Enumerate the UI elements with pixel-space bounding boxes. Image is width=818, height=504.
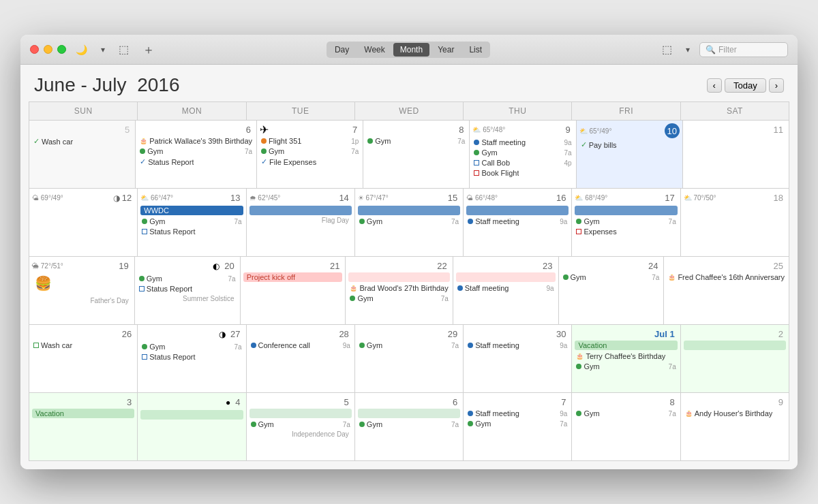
event-gym-24[interactable]: Gym 7a <box>562 272 661 282</box>
day-cell-jun17[interactable]: ⛅ 68°/49° 17 Gym 7a Expenses <box>572 189 680 257</box>
day-cell-jun7[interactable]: ✈ 7 Flight 351 1p Gym 7a ✓ File Expenses <box>257 121 363 189</box>
day-cell-jun6[interactable]: 6 🎂 Patrick Wallace's 39th Birthday Gym … <box>136 121 257 189</box>
day-cell-jul6[interactable]: 6 Gym 7a <box>355 393 464 461</box>
event-gym-20[interactable]: Gym 7a <box>138 274 237 283</box>
day-cell-jun28[interactable]: 28 Conference call 9a <box>247 325 355 393</box>
search-box[interactable]: 🔍 Filter <box>699 42 788 57</box>
event-gym-15[interactable]: Gym 7a <box>358 217 460 226</box>
day-cell-jun14[interactable]: 🌧 62°/45° 14 Flag Day <box>247 189 355 257</box>
day-cell-jun11[interactable]: 11 <box>683 121 789 189</box>
add-event-button[interactable]: ＋ <box>138 40 159 59</box>
minimize-button[interactable] <box>44 45 52 54</box>
event-gym-7[interactable]: Gym 7a <box>260 146 360 156</box>
event-vacation-cont-4[interactable] <box>140 410 243 420</box>
day-cell-jun13[interactable]: ⛅ 66°/47° 13 WWDC Gym 7a Status Report <box>138 189 246 257</box>
day-cell-jun15[interactable]: ☀ 67°/47° 15 Gym 7a <box>355 189 464 257</box>
event-gym-8[interactable]: Gym 7a <box>366 136 466 146</box>
day-cell-jun29[interactable]: 29 Gym 7a <box>355 325 464 393</box>
event-wwdc-cont[interactable] <box>575 206 677 215</box>
event-gym-9[interactable]: Gym 7a <box>472 148 573 157</box>
day-cell-jun26[interactable]: 26 Wash car <box>29 325 138 393</box>
event-wwdc[interactable]: WWDC <box>140 206 243 215</box>
event-washcar[interactable]: ✓ Wash car <box>32 136 132 146</box>
event-expenses-17[interactable]: Expenses <box>575 227 677 236</box>
day-cell-jun16[interactable]: 🌤 66°/48° 16 Staff meeting 9a <box>464 189 572 257</box>
day-cell-jul3[interactable]: 3 Vacation <box>29 393 138 461</box>
event-wwdc-cont[interactable] <box>466 206 569 215</box>
event-paybills[interactable]: ✓ Pay bills <box>579 140 680 150</box>
event-gym-29[interactable]: Gym 7a <box>358 341 460 350</box>
event-status-20[interactable]: Status Report <box>138 284 237 294</box>
day-cell-jul5[interactable]: 5 Gym 7a Independence Day <box>247 393 355 461</box>
day-cell-jun18[interactable]: ⛅ 70°/50° 18 <box>681 189 789 257</box>
event-brad-bday[interactable]: 🎂 Brad Wood's 27th Birthday <box>348 283 449 293</box>
event-bookflight[interactable]: Book Flight <box>472 168 573 178</box>
event-fred-anniv[interactable]: 🎂 Fred Chaffee's 16th Anniversary <box>667 272 786 282</box>
day-cell-jun22[interactable]: 22 🎂 Brad Wood's 27th Birthday Gym 7a <box>346 257 453 325</box>
event-patrick[interactable]: 🎂 Patrick Wallace's 39th Birthday <box>138 136 254 146</box>
event-confcall[interactable]: Conference call 9a <box>249 341 352 350</box>
prev-button[interactable]: ‹ <box>707 78 722 93</box>
event-staff-16[interactable]: Staff meeting 9a <box>466 217 569 226</box>
day-cell-jun23[interactable]: 23 Staff meeting 9a <box>453 257 559 325</box>
day-cell-jun8[interactable]: 8 Gym 7a <box>363 121 470 189</box>
view-list-button[interactable]: List <box>462 43 489 57</box>
event-wwdc-cont[interactable] <box>358 206 460 215</box>
day-cell-jul2[interactable]: 2 <box>681 325 789 393</box>
event-gym-6[interactable]: Gym 7a <box>138 146 254 156</box>
event-staff-23[interactable]: Staff meeting 9a <box>456 283 556 293</box>
event-project-kickoff[interactable]: Project kick off <box>243 272 343 282</box>
event-status-6[interactable]: ✓ Status Report <box>138 157 254 167</box>
view-week-button[interactable]: Week <box>357 43 391 57</box>
day-cell-jun12[interactable]: 🌤 69°/49° ◑ 12 <box>29 189 138 257</box>
day-cell-jul8[interactable]: 8 Gym 7a <box>572 393 680 461</box>
event-vacation-cont-5[interactable] <box>249 409 352 418</box>
event-gym-jul1[interactable]: Gym 7a <box>575 362 677 371</box>
event-staff-30[interactable]: Staff meeting 9a <box>466 341 569 350</box>
day-cell-jun10[interactable]: ⛅ 65°/49° 10 ✓ Pay bills <box>577 121 683 189</box>
day-cell-jul1[interactable]: Jul 1 Vacation 🎂 Terry Chaffee's Birthda… <box>572 325 680 393</box>
event-project-cont[interactable] <box>348 272 449 282</box>
day-cell-jun5[interactable]: 5 ✓ Wash car <box>29 121 136 189</box>
event-gym-7b[interactable]: Gym 7a <box>466 419 569 428</box>
today-button[interactable]: Today <box>725 78 766 93</box>
event-status-27[interactable]: Status Report <box>140 352 243 362</box>
event-gym-17[interactable]: Gym 7a <box>575 217 677 226</box>
event-gym-5[interactable]: Gym 7a <box>249 420 352 429</box>
event-vacation[interactable]: Vacation <box>575 341 677 350</box>
day-cell-jun19[interactable]: 🌦 72°/51° 19 🍔 Father's Day <box>29 257 135 325</box>
event-washcar-26[interactable]: Wash car <box>32 341 134 350</box>
day-cell-jun9[interactable]: ⛅ 65°/48° 9 Staff meeting 9a Gym 7a Call… <box>470 121 576 189</box>
moon-icon[interactable]: 🌙 <box>72 43 91 57</box>
view-day-button[interactable]: Day <box>328 43 356 57</box>
event-callbob[interactable]: Call Bob 4p <box>472 158 573 168</box>
day-cell-jul9[interactable]: 9 🎂 Andy Houser's Birthday <box>681 393 789 461</box>
event-andy-bday[interactable]: 🎂 Andy Houser's Birthday <box>684 409 786 418</box>
day-cell-jun21[interactable]: 21 Project kick off <box>241 257 346 325</box>
event-vacation-cont-6[interactable] <box>358 409 460 418</box>
event-terry-bday[interactable]: 🎂 Terry Chaffee's Birthday <box>575 351 677 361</box>
day-cell-jul4[interactable]: ● 4 <box>138 393 246 461</box>
event-gym-22[interactable]: Gym 7a <box>348 294 449 303</box>
maximize-button[interactable] <box>57 45 66 54</box>
close-button[interactable] <box>30 45 39 54</box>
event-gym-27[interactable]: Gym 7a <box>140 342 243 351</box>
event-vacation-cont[interactable] <box>684 341 786 350</box>
day-cell-jun24[interactable]: 24 Gym 7a <box>559 257 665 325</box>
event-project-end[interactable] <box>456 272 556 282</box>
next-button[interactable]: › <box>769 78 784 93</box>
event-vacation-3[interactable]: Vacation <box>32 409 134 418</box>
day-cell-jul7[interactable]: 7 Staff meeting 9a Gym 7a <box>464 393 572 461</box>
layout-icon[interactable]: ⬚ <box>658 42 676 57</box>
event-status-13[interactable]: Status Report <box>140 227 243 236</box>
event-expenses[interactable]: ✓ File Expenses <box>260 157 360 167</box>
day-cell-jun27[interactable]: ◑ 27 Gym 7a Status Report <box>138 325 246 393</box>
event-staff-9[interactable]: Staff meeting 9a <box>472 138 573 147</box>
view-month-button[interactable]: Month <box>393 43 429 57</box>
event-flight[interactable]: Flight 351 1p <box>260 136 360 146</box>
layout-chevron-icon[interactable]: ▾ <box>682 44 694 56</box>
view-year-button[interactable]: Year <box>431 43 461 57</box>
chevron-down-icon[interactable]: ▾ <box>97 44 109 56</box>
event-wwdc-cont[interactable] <box>249 206 352 215</box>
event-staff-7[interactable]: Staff meeting 9a <box>466 409 569 418</box>
